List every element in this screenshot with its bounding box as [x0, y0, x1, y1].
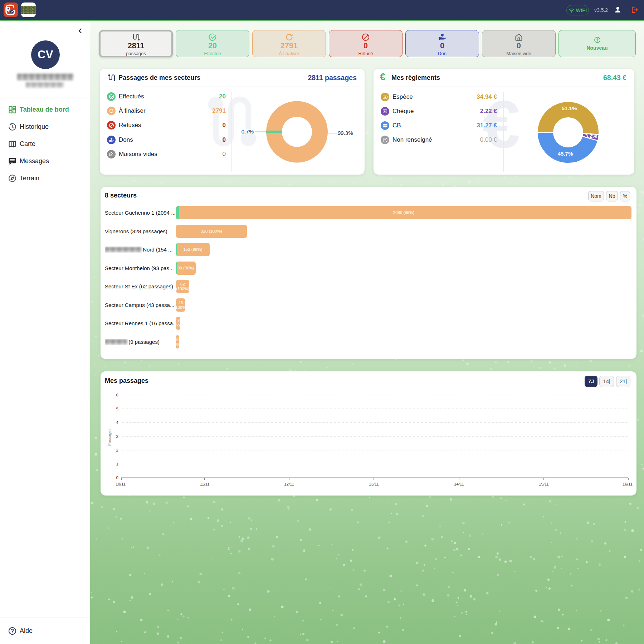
svg-text:13/11: 13/11	[369, 482, 379, 486]
svg-text:51.1%: 51.1%	[562, 105, 577, 111]
svg-text:4: 4	[116, 420, 119, 425]
svg-text:2: 2	[116, 448, 118, 452]
svg-text:15/11: 15/11	[539, 482, 549, 486]
svg-text:6: 6	[116, 393, 118, 397]
svg-text:3.2%: 3.2%	[585, 133, 597, 139]
svg-text:0: 0	[116, 475, 118, 480]
svg-text:10/11: 10/11	[116, 482, 126, 486]
svg-text:99.3%: 99.3%	[338, 130, 353, 136]
svg-text:14/11: 14/11	[454, 482, 464, 486]
svg-text:3: 3	[116, 434, 118, 439]
svg-text:12/11: 12/11	[284, 482, 294, 486]
svg-text:1: 1	[116, 462, 118, 466]
svg-text:16/11: 16/11	[623, 482, 633, 486]
svg-text:5: 5	[116, 407, 118, 411]
svg-text:45.7%: 45.7%	[558, 151, 573, 157]
svg-text:Passages: Passages	[107, 428, 112, 446]
svg-text:11/11: 11/11	[200, 482, 209, 486]
svg-text:0.7%: 0.7%	[241, 128, 254, 135]
